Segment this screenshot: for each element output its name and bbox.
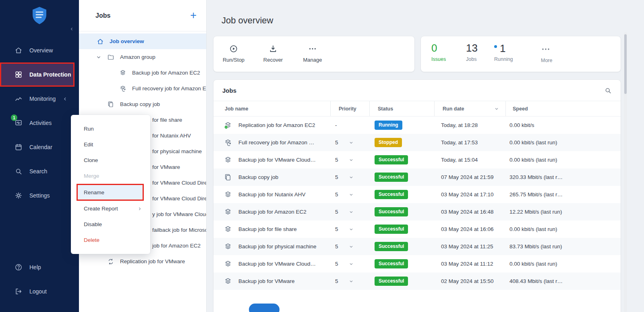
priority-value: 5 xyxy=(335,174,338,180)
sidebar-item-label: Calendar xyxy=(29,144,52,150)
manage-button[interactable]: Manage xyxy=(297,44,328,72)
speed-cell: 0.00 kbit/s (last run) xyxy=(505,220,621,238)
job-row[interactable]: Backup job for VMware Cloud…5SuccessfulT… xyxy=(213,151,621,168)
status-cell: Successful xyxy=(369,272,434,290)
sidebar-item-overview[interactable]: Overview xyxy=(0,38,79,62)
backup-icon xyxy=(224,243,232,251)
job-row[interactable]: Backup job for Nutanix AHV5Successful03 … xyxy=(213,186,621,203)
chevron-down-icon[interactable] xyxy=(349,140,354,145)
add-job-button[interactable]: + xyxy=(190,10,197,21)
priority-value: 5 xyxy=(335,226,338,232)
scrollbar-thumb[interactable] xyxy=(624,34,627,94)
tree-item[interactable]: Replication job for VMware xyxy=(79,254,206,269)
tree-item[interactable]: Full recovery job for Amazon E xyxy=(79,81,206,96)
backup-icon xyxy=(224,225,232,233)
chevron-down-icon[interactable] xyxy=(349,158,354,162)
home-icon xyxy=(14,46,23,54)
action-label: Manage xyxy=(303,57,322,63)
chevron-down-icon[interactable] xyxy=(494,106,499,111)
tree-item-label: Backup job for Amazon EC2 xyxy=(132,70,200,76)
context-menu-item-edit[interactable]: Edit xyxy=(71,137,150,152)
job-row[interactable]: Backup job for physical machine5Successf… xyxy=(213,238,621,255)
sidebar-item-data-protection[interactable]: Data Protection xyxy=(0,62,75,87)
context-menu-item-create-report[interactable]: Create Report xyxy=(71,201,150,216)
sidebar-item-label: Data Protection xyxy=(29,71,71,78)
status-cell: Successful xyxy=(369,220,434,238)
sidebar-item-help[interactable]: Help xyxy=(0,255,79,279)
chevron-down-icon[interactable] xyxy=(349,262,354,266)
tree-item[interactable]: Backup job for Amazon EC2 xyxy=(79,65,206,81)
menu-item-label: Delete xyxy=(84,237,99,243)
context-menu-item-clone[interactable]: Clone xyxy=(71,152,150,168)
sidebar-item-monitoring[interactable]: Monitoring xyxy=(0,87,79,111)
sidebar-item-calendar[interactable]: Calendar xyxy=(0,135,79,159)
chevron-down-icon[interactable] xyxy=(349,192,354,197)
job-row[interactable]: Backup job for VMware Cloud…5Successful0… xyxy=(213,255,621,272)
status-badge: Successful xyxy=(375,173,408,181)
sidebar-item-logout[interactable]: Logout xyxy=(0,279,79,304)
job-name: Backup job for physical machine xyxy=(238,243,317,250)
chevron-down-icon[interactable] xyxy=(349,175,354,180)
replication-icon xyxy=(107,258,114,265)
status-badge: Successful xyxy=(375,155,408,164)
tree-item-label: for VMware Cloud Direc xyxy=(152,196,206,202)
sidebar-item-search[interactable]: Search xyxy=(0,159,79,183)
job-row[interactable]: Backup job for Amazon EC25Successful03 M… xyxy=(213,203,621,220)
tree-item-label: for file share xyxy=(152,117,182,123)
stat-more[interactable]: More xyxy=(541,42,552,63)
tree-item[interactable]: Job overview xyxy=(79,33,206,49)
sidebar-collapse-icon[interactable] xyxy=(69,27,74,31)
chevron-down-icon[interactable] xyxy=(96,54,101,60)
chevron-down-icon[interactable] xyxy=(349,227,354,232)
recovery-icon xyxy=(119,85,126,92)
column-header-run-date[interactable]: Run date xyxy=(434,101,505,116)
priority-value: - xyxy=(335,122,337,128)
status-cell: Stopped xyxy=(369,134,434,151)
chevron-left-icon[interactable] xyxy=(62,96,68,102)
scrollbar-track[interactable] xyxy=(624,32,627,312)
speed-cell: 265.75 Mbit/s (last r… xyxy=(505,186,621,203)
speed-cell: 320.33 Mbit/s (last r… xyxy=(505,168,621,186)
status-badge: Successful xyxy=(375,277,408,285)
job-row[interactable]: Backup copy job5Successful07 May 2024 at… xyxy=(213,168,621,186)
job-row[interactable]: Backup job for file share5Successful03 M… xyxy=(213,220,621,238)
speed-cell: 12.22 Mbit/s (last run) xyxy=(505,203,621,220)
sidebar-item-label: Monitoring xyxy=(29,96,56,102)
status-cell: Running xyxy=(369,116,434,134)
job-row[interactable]: Replication job for Amazon EC2-RunningTo… xyxy=(213,116,621,134)
tree-item[interactable]: Backup copy job xyxy=(79,96,206,112)
context-menu-item-delete[interactable]: Delete xyxy=(71,232,150,248)
stat-label: Issues xyxy=(431,56,446,62)
run-date-cell: 02 May 2024 at 15:50 xyxy=(434,272,505,290)
page-title: Job overview xyxy=(222,15,273,26)
search-icon[interactable] xyxy=(604,87,612,94)
app-logo-shield-icon xyxy=(31,6,48,25)
context-menu-item-disable[interactable]: Disable xyxy=(71,216,150,232)
ellipsis-icon xyxy=(541,44,551,54)
job-name: Replication job for Amazon EC2 xyxy=(238,122,315,128)
status-cell: Successful xyxy=(369,203,434,220)
tree-item[interactable]: Amazon group xyxy=(79,49,206,65)
recover-button[interactable]: Recover xyxy=(258,44,288,72)
run-stop-button[interactable]: Run/Stop xyxy=(218,44,249,72)
sidebar-item-activities[interactable]: Activities1 xyxy=(0,111,79,135)
column-header-label: Priority xyxy=(339,106,356,112)
download-icon xyxy=(269,44,277,53)
stat-running: 1Running xyxy=(494,42,513,62)
stat-issues: 0Issues xyxy=(431,42,446,62)
chevron-down-icon[interactable] xyxy=(349,244,354,249)
priority-cell: 5 xyxy=(330,134,369,151)
job-row[interactable]: Backup job for VMware5Successful02 May 2… xyxy=(213,272,621,290)
partially-visible-button[interactable] xyxy=(249,304,280,312)
copy-icon xyxy=(107,101,114,108)
sidebar-item-settings[interactable]: Settings xyxy=(0,183,79,208)
chevron-down-icon[interactable] xyxy=(349,210,354,214)
priority-cell: 5 xyxy=(330,186,369,203)
chevron-down-icon[interactable] xyxy=(349,279,354,284)
context-menu-item-rename[interactable]: Rename xyxy=(77,184,144,201)
priority-value: 5 xyxy=(335,139,338,146)
job-row[interactable]: Full recovery job for Amazon …5StoppedTo… xyxy=(213,134,621,151)
context-menu-item-run[interactable]: Run xyxy=(71,121,150,137)
home-icon xyxy=(97,38,104,45)
menu-item-label: Create Report xyxy=(84,206,118,212)
